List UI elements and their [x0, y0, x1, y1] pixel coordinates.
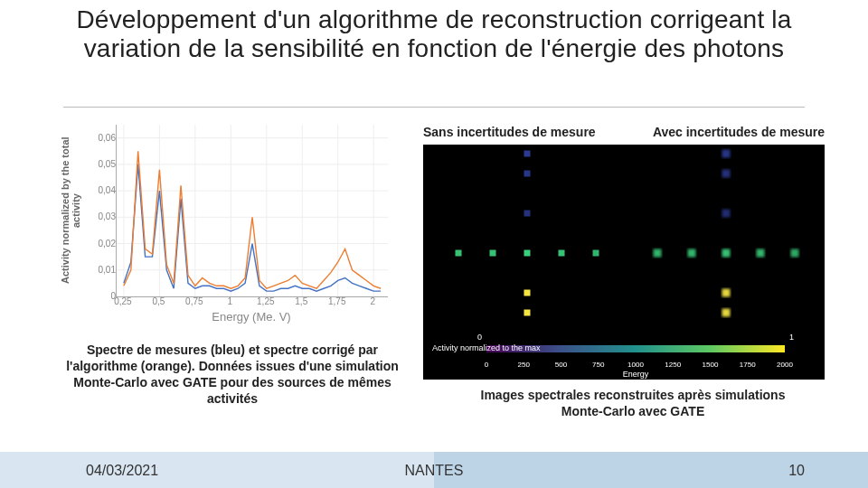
svg-text:Energy: Energy: [623, 370, 649, 379]
slide-title: Développement d'un algorithme de reconst…: [72, 5, 796, 63]
svg-text:1500: 1500: [703, 361, 719, 369]
svg-rect-33: [791, 249, 799, 258]
svg-text:0: 0: [485, 361, 489, 369]
spectral-image-panel: Activity normalized to the max1002505007…: [423, 145, 825, 380]
title-separator: [63, 107, 805, 108]
spectral-image-caption: Images spectrales reconstruites après si…: [470, 387, 796, 419]
svg-text:1250: 1250: [665, 361, 681, 369]
chart-x-ticks: 0,250,50,7511,251,51,752: [116, 296, 387, 307]
chart-x-axis-label: Energy (Me. V): [116, 310, 387, 324]
label-sans: Sans incertitudes de mesure: [423, 125, 596, 139]
svg-text:500: 500: [555, 361, 568, 369]
svg-rect-26: [722, 150, 731, 158]
svg-rect-23: [593, 250, 599, 257]
svg-rect-19: [456, 250, 462, 257]
svg-rect-20: [490, 250, 496, 257]
svg-rect-25: [524, 310, 531, 316]
svg-rect-16: [524, 151, 531, 157]
svg-rect-17: [524, 171, 531, 177]
svg-rect-35: [722, 309, 731, 317]
svg-text:1750: 1750: [740, 361, 756, 369]
spectral-comparison-labels: Sans incertitudes de mesure Avec incerti…: [423, 125, 825, 139]
svg-rect-30: [688, 249, 696, 258]
svg-text:0: 0: [477, 333, 482, 342]
footer-location: NANTES: [0, 463, 868, 479]
svg-rect-28: [722, 210, 731, 218]
svg-text:750: 750: [592, 361, 605, 369]
svg-rect-32: [757, 249, 765, 258]
svg-text:2000: 2000: [777, 361, 793, 369]
chart-plot-area: [116, 125, 388, 297]
svg-text:1: 1: [789, 333, 794, 342]
spectrum-caption: Spectre de mesures (bleu) et spectre cor…: [65, 342, 400, 407]
svg-rect-18: [524, 211, 531, 217]
svg-rect-24: [524, 290, 531, 296]
chart-y-axis-label: Activity normalized by the total activit…: [60, 125, 78, 296]
svg-rect-34: [722, 289, 731, 297]
svg-rect-29: [654, 249, 662, 258]
svg-text:250: 250: [518, 361, 531, 369]
svg-rect-22: [559, 250, 565, 257]
spectrum-chart: Activity normalized by the total activit…: [71, 125, 396, 324]
label-avec: Avec incertitudes de mesure: [653, 125, 825, 139]
footer-page-number: 10: [788, 463, 805, 479]
svg-rect-21: [524, 250, 531, 257]
svg-text:1000: 1000: [627, 361, 644, 369]
svg-text:Activity normalized to the max: Activity normalized to the max: [432, 343, 541, 352]
svg-rect-31: [722, 249, 731, 258]
svg-rect-27: [722, 170, 731, 178]
